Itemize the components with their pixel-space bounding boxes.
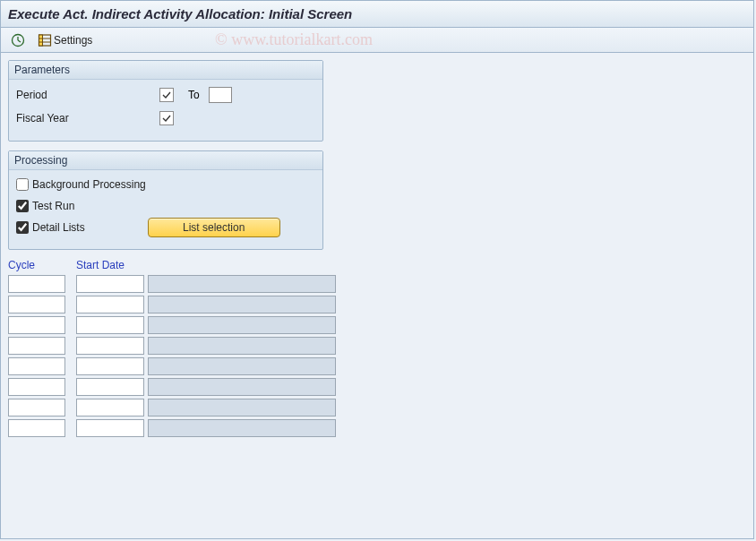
- table-row: [8, 419, 746, 437]
- test-run-checkbox[interactable]: [16, 200, 29, 212]
- startdate-input[interactable]: [76, 419, 144, 437]
- cycle-input[interactable]: [8, 337, 65, 355]
- required-indicator-icon: [159, 88, 174, 102]
- cycle-input[interactable]: [8, 419, 65, 437]
- detail-lists-checkbox[interactable]: [16, 221, 29, 234]
- description-cell: [148, 357, 336, 375]
- settings-label: Settings: [54, 34, 92, 47]
- title-bar: Execute Act. Indirect Activity Allocatio…: [1, 1, 753, 28]
- check-icon: [162, 114, 171, 123]
- application-toolbar: Settings: [1, 28, 753, 53]
- startdate-input[interactable]: [76, 337, 144, 355]
- svg-rect-4: [39, 35, 43, 46]
- required-indicator-icon: [159, 111, 174, 125]
- startdate-input[interactable]: [76, 275, 144, 293]
- execute-button[interactable]: [6, 30, 30, 50]
- to-label: To: [188, 89, 200, 101]
- description-cell: [148, 419, 336, 437]
- table-row: [8, 296, 746, 313]
- processing-body: Background Processing Test Run Detail Li…: [9, 170, 322, 249]
- period-label: Period: [16, 89, 159, 101]
- cycle-input[interactable]: [8, 275, 65, 293]
- description-cell: [148, 316, 336, 334]
- cycle-input[interactable]: [8, 316, 65, 334]
- cycle-input[interactable]: [8, 399, 65, 416]
- cycle-input[interactable]: [8, 357, 65, 375]
- test-run-label: Test Run: [32, 200, 74, 212]
- description-cell: [148, 275, 336, 293]
- description-cell: [148, 378, 336, 396]
- svg-line-2: [18, 40, 21, 42]
- startdate-input[interactable]: [76, 378, 144, 396]
- description-cell: [148, 399, 336, 416]
- table-row: [8, 378, 746, 396]
- processing-header: Processing: [9, 151, 322, 170]
- parameters-body: Period To Fiscal Year: [9, 80, 322, 141]
- detail-lists-label: Detail Lists: [32, 221, 85, 234]
- cycle-grid: Cycle Start Date: [8, 259, 746, 437]
- table-row: [8, 275, 746, 293]
- background-processing-row: Background Processing: [16, 176, 315, 193]
- description-cell: [148, 337, 336, 355]
- startdate-input[interactable]: [76, 316, 144, 334]
- grid-header-row: Cycle Start Date: [8, 259, 746, 271]
- parameters-header: Parameters: [9, 61, 322, 80]
- fiscal-year-label: Fiscal Year: [16, 112, 159, 125]
- main-window: Execute Act. Indirect Activity Allocatio…: [0, 0, 754, 539]
- startdate-input[interactable]: [76, 357, 144, 375]
- clock-execute-icon: [11, 33, 25, 47]
- period-to-input[interactable]: [209, 87, 232, 103]
- startdate-column-header: Start Date: [76, 259, 144, 271]
- cycle-input[interactable]: [8, 296, 65, 313]
- content-area: Parameters Period To Fiscal Year: [1, 53, 753, 447]
- table-row: [8, 357, 746, 375]
- table-row: [8, 399, 746, 416]
- fiscal-year-row: Fiscal Year: [16, 108, 315, 128]
- test-run-row: Test Run: [16, 197, 315, 215]
- table-row: [8, 337, 746, 355]
- description-cell: [148, 296, 336, 313]
- settings-button[interactable]: Settings: [33, 30, 97, 50]
- table-row: [8, 316, 746, 334]
- cycle-input[interactable]: [8, 378, 65, 396]
- startdate-input[interactable]: [76, 399, 144, 416]
- list-selection-button[interactable]: List selection: [148, 218, 280, 237]
- startdate-input[interactable]: [76, 296, 144, 313]
- cycle-column-header: Cycle: [8, 259, 65, 271]
- check-icon: [162, 90, 171, 99]
- background-processing-label: Background Processing: [32, 178, 146, 191]
- table-settings-icon: [38, 33, 52, 47]
- parameters-group: Parameters Period To Fiscal Year: [8, 60, 323, 142]
- processing-group: Processing Background Processing Test Ru…: [8, 150, 323, 250]
- background-processing-checkbox[interactable]: [16, 178, 29, 191]
- window-title: Execute Act. Indirect Activity Allocatio…: [8, 6, 352, 21]
- period-row: Period To: [16, 85, 315, 105]
- detail-lists-row: Detail Lists List selection: [16, 219, 315, 236]
